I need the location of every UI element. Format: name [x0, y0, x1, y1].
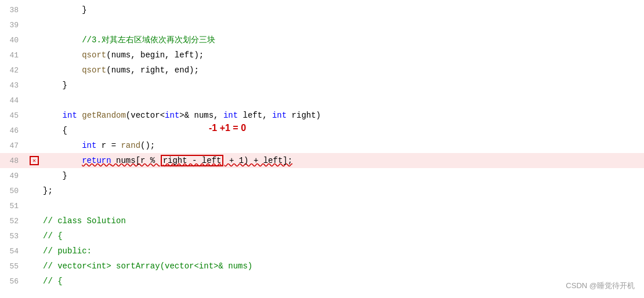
- line-number-49: 49: [0, 172, 28, 180]
- line-content-55: // vector<int> sortArray(vector<int>& nu…: [41, 259, 644, 274]
- error-icon-48: ✕: [30, 156, 39, 165]
- line-content-49: }: [41, 168, 644, 183]
- code-line-52: 52 // class Solution: [0, 213, 644, 228]
- line-content-42: qsort(nums, right, end);: [41, 63, 644, 78]
- code-line-53: 53 // {: [0, 228, 644, 244]
- line-number-40: 40: [0, 36, 28, 45]
- line-number-42: 42: [0, 66, 28, 75]
- line-content-54: // public:: [41, 244, 644, 259]
- line-number-51: 51: [0, 202, 28, 210]
- line-number-46: 46: [0, 126, 28, 135]
- line-number-38: 38: [0, 6, 28, 14]
- code-line-44: 44: [0, 93, 644, 108]
- code-line-51: 51: [0, 198, 644, 213]
- line-number-39: 39: [0, 21, 28, 30]
- line-number-41: 41: [0, 51, 28, 60]
- code-line-42: 42 qsort(nums, right, end);: [0, 63, 644, 78]
- line-number-45: 45: [0, 111, 28, 120]
- line-content-50: };: [41, 183, 644, 198]
- line-content-56: // {: [41, 274, 644, 289]
- code-line-46: 46 { -1 +1 = 0: [0, 123, 644, 138]
- code-line-38: 38 }: [0, 2, 644, 17]
- code-line-55: 55 // vector<int> sortArray(vector<int>&…: [0, 259, 644, 274]
- line-content-52: // class Solution: [41, 213, 644, 228]
- line-number-48: 48: [0, 157, 28, 165]
- line-number-50: 50: [0, 187, 28, 195]
- line-content-45: int getRandom(vector<int>& nums, int lef…: [41, 108, 644, 123]
- code-line-50: 50 };: [0, 183, 644, 198]
- code-line-43: 43 }: [0, 78, 644, 93]
- code-area: 38 } 39 40 //3.对其左右区域依次再次划分三块 41 qsort(n…: [0, 0, 644, 289]
- code-line-48: 48 ✕ return nums[r % right - left + 1) +…: [0, 153, 644, 168]
- code-line-41: 41 qsort(nums, begin, left);: [0, 48, 644, 63]
- code-line-40: 40 //3.对其左右区域依次再次划分三块: [0, 32, 644, 48]
- annotation-46: -1 +1 = 0: [209, 123, 246, 133]
- watermark: CSDN @睡觉待开机: [566, 281, 635, 291]
- line-content-43: }: [41, 78, 644, 93]
- line-number-56: 56: [0, 277, 28, 286]
- line-number-43: 43: [0, 81, 28, 90]
- line-number-52: 52: [0, 217, 28, 226]
- line-number-47: 47: [0, 141, 28, 150]
- line-content-38: }: [41, 2, 644, 17]
- line-number-55: 55: [0, 262, 28, 271]
- line-content-40: //3.对其左右区域依次再次划分三块: [41, 32, 644, 48]
- line-number-54: 54: [0, 247, 28, 256]
- line-content-41: qsort(nums, begin, left);: [41, 48, 644, 63]
- line-number-44: 44: [0, 96, 28, 105]
- code-line-45: 45 int getRandom(vector<int>& nums, int …: [0, 108, 644, 123]
- editor-container: 38 } 39 40 //3.对其左右区域依次再次划分三块 41 qsort(n…: [0, 0, 644, 298]
- code-line-54: 54 // public:: [0, 244, 644, 259]
- line-number-53: 53: [0, 232, 28, 241]
- code-line-39: 39: [0, 17, 644, 32]
- gutter-48: ✕: [28, 156, 41, 165]
- line-content-46: {: [41, 123, 644, 138]
- code-line-49: 49 }: [0, 168, 644, 183]
- line-content-53: // {: [41, 228, 644, 244]
- code-line-56: 56 // {: [0, 274, 644, 289]
